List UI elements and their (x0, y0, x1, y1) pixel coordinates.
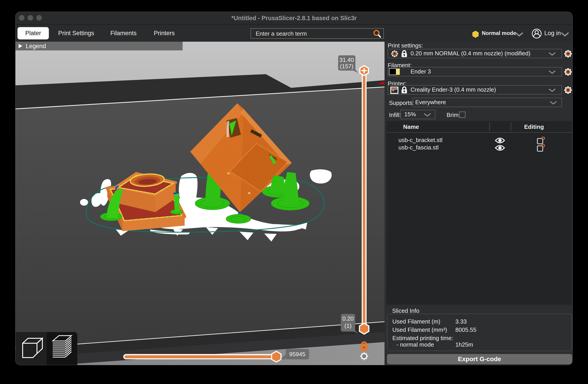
svg-text:31.40: 31.40 (339, 57, 354, 63)
svg-text:0.20: 0.20 (342, 315, 354, 322)
svg-text:(157): (157) (340, 63, 354, 70)
svg-text:(1): (1) (344, 323, 352, 329)
svg-text:95945: 95945 (289, 351, 305, 358)
svg-text:Legend: Legend (26, 43, 46, 49)
